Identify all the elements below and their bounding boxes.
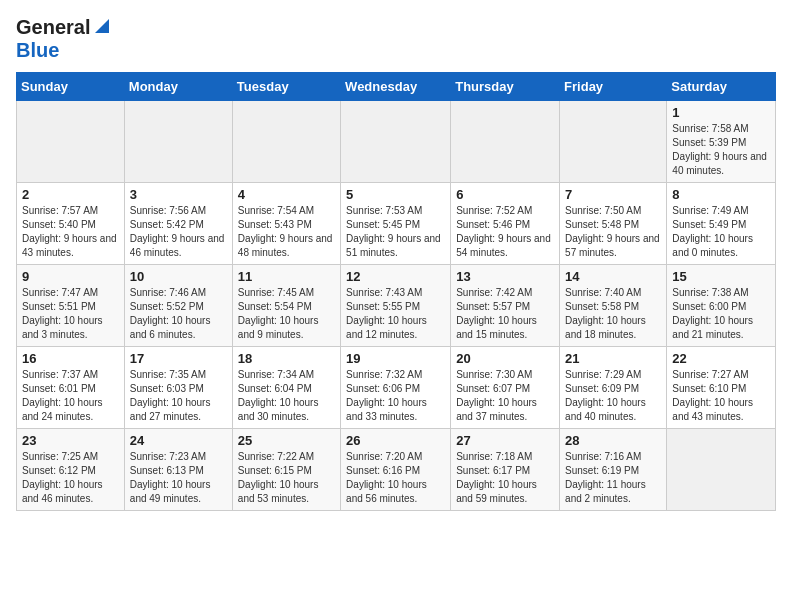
- calendar-cell: [17, 101, 125, 183]
- calendar-week-row: 2Sunrise: 7:57 AM Sunset: 5:40 PM Daylig…: [17, 183, 776, 265]
- day-number: 26: [346, 433, 445, 448]
- logo-arrow-icon: [91, 15, 113, 37]
- day-info: Sunrise: 7:34 AM Sunset: 6:04 PM Dayligh…: [238, 368, 335, 424]
- calendar-cell: 19Sunrise: 7:32 AM Sunset: 6:06 PM Dayli…: [341, 347, 451, 429]
- day-number: 8: [672, 187, 770, 202]
- day-number: 19: [346, 351, 445, 366]
- day-number: 7: [565, 187, 661, 202]
- day-number: 21: [565, 351, 661, 366]
- calendar-cell: 18Sunrise: 7:34 AM Sunset: 6:04 PM Dayli…: [232, 347, 340, 429]
- day-info: Sunrise: 7:37 AM Sunset: 6:01 PM Dayligh…: [22, 368, 119, 424]
- day-info: Sunrise: 7:46 AM Sunset: 5:52 PM Dayligh…: [130, 286, 227, 342]
- day-info: Sunrise: 7:40 AM Sunset: 5:58 PM Dayligh…: [565, 286, 661, 342]
- day-number: 11: [238, 269, 335, 284]
- weekday-header-row: SundayMondayTuesdayWednesdayThursdayFrid…: [17, 73, 776, 101]
- day-info: Sunrise: 7:32 AM Sunset: 6:06 PM Dayligh…: [346, 368, 445, 424]
- day-info: Sunrise: 7:20 AM Sunset: 6:16 PM Dayligh…: [346, 450, 445, 506]
- day-info: Sunrise: 7:45 AM Sunset: 5:54 PM Dayligh…: [238, 286, 335, 342]
- weekday-header-tuesday: Tuesday: [232, 73, 340, 101]
- day-number: 13: [456, 269, 554, 284]
- calendar-cell: 11Sunrise: 7:45 AM Sunset: 5:54 PM Dayli…: [232, 265, 340, 347]
- weekday-header-wednesday: Wednesday: [341, 73, 451, 101]
- calendar-cell: 10Sunrise: 7:46 AM Sunset: 5:52 PM Dayli…: [124, 265, 232, 347]
- day-number: 22: [672, 351, 770, 366]
- calendar-cell: [451, 101, 560, 183]
- day-number: 27: [456, 433, 554, 448]
- weekday-header-sunday: Sunday: [17, 73, 125, 101]
- calendar-cell: 12Sunrise: 7:43 AM Sunset: 5:55 PM Dayli…: [341, 265, 451, 347]
- day-number: 1: [672, 105, 770, 120]
- calendar-cell: 28Sunrise: 7:16 AM Sunset: 6:19 PM Dayli…: [560, 429, 667, 511]
- calendar-cell: [560, 101, 667, 183]
- calendar-cell: 22Sunrise: 7:27 AM Sunset: 6:10 PM Dayli…: [667, 347, 776, 429]
- day-number: 24: [130, 433, 227, 448]
- day-number: 17: [130, 351, 227, 366]
- day-number: 5: [346, 187, 445, 202]
- weekday-header-monday: Monday: [124, 73, 232, 101]
- day-number: 16: [22, 351, 119, 366]
- calendar-week-row: 1Sunrise: 7:58 AM Sunset: 5:39 PM Daylig…: [17, 101, 776, 183]
- calendar-cell: 27Sunrise: 7:18 AM Sunset: 6:17 PM Dayli…: [451, 429, 560, 511]
- day-number: 9: [22, 269, 119, 284]
- day-info: Sunrise: 7:22 AM Sunset: 6:15 PM Dayligh…: [238, 450, 335, 506]
- calendar-cell: 13Sunrise: 7:42 AM Sunset: 5:57 PM Dayli…: [451, 265, 560, 347]
- day-info: Sunrise: 7:54 AM Sunset: 5:43 PM Dayligh…: [238, 204, 335, 260]
- day-info: Sunrise: 7:47 AM Sunset: 5:51 PM Dayligh…: [22, 286, 119, 342]
- day-number: 15: [672, 269, 770, 284]
- day-info: Sunrise: 7:16 AM Sunset: 6:19 PM Dayligh…: [565, 450, 661, 506]
- day-number: 18: [238, 351, 335, 366]
- calendar-cell: 17Sunrise: 7:35 AM Sunset: 6:03 PM Dayli…: [124, 347, 232, 429]
- calendar-cell: 7Sunrise: 7:50 AM Sunset: 5:48 PM Daylig…: [560, 183, 667, 265]
- day-number: 2: [22, 187, 119, 202]
- calendar-week-row: 23Sunrise: 7:25 AM Sunset: 6:12 PM Dayli…: [17, 429, 776, 511]
- calendar-table: SundayMondayTuesdayWednesdayThursdayFrid…: [16, 72, 776, 511]
- calendar-cell: 9Sunrise: 7:47 AM Sunset: 5:51 PM Daylig…: [17, 265, 125, 347]
- weekday-header-friday: Friday: [560, 73, 667, 101]
- day-info: Sunrise: 7:56 AM Sunset: 5:42 PM Dayligh…: [130, 204, 227, 260]
- day-info: Sunrise: 7:52 AM Sunset: 5:46 PM Dayligh…: [456, 204, 554, 260]
- calendar-cell: 25Sunrise: 7:22 AM Sunset: 6:15 PM Dayli…: [232, 429, 340, 511]
- day-info: Sunrise: 7:35 AM Sunset: 6:03 PM Dayligh…: [130, 368, 227, 424]
- calendar-cell: [124, 101, 232, 183]
- day-info: Sunrise: 7:29 AM Sunset: 6:09 PM Dayligh…: [565, 368, 661, 424]
- svg-marker-0: [95, 19, 109, 33]
- day-info: Sunrise: 7:57 AM Sunset: 5:40 PM Dayligh…: [22, 204, 119, 260]
- page-header: General Blue: [16, 16, 776, 62]
- day-info: Sunrise: 7:27 AM Sunset: 6:10 PM Dayligh…: [672, 368, 770, 424]
- logo-blue-text: Blue: [16, 39, 59, 61]
- calendar-cell: 8Sunrise: 7:49 AM Sunset: 5:49 PM Daylig…: [667, 183, 776, 265]
- day-info: Sunrise: 7:25 AM Sunset: 6:12 PM Dayligh…: [22, 450, 119, 506]
- day-info: Sunrise: 7:43 AM Sunset: 5:55 PM Dayligh…: [346, 286, 445, 342]
- calendar-cell: [232, 101, 340, 183]
- day-number: 6: [456, 187, 554, 202]
- day-info: Sunrise: 7:38 AM Sunset: 6:00 PM Dayligh…: [672, 286, 770, 342]
- calendar-cell: [667, 429, 776, 511]
- calendar-cell: 2Sunrise: 7:57 AM Sunset: 5:40 PM Daylig…: [17, 183, 125, 265]
- weekday-header-saturday: Saturday: [667, 73, 776, 101]
- calendar-cell: 24Sunrise: 7:23 AM Sunset: 6:13 PM Dayli…: [124, 429, 232, 511]
- day-info: Sunrise: 7:30 AM Sunset: 6:07 PM Dayligh…: [456, 368, 554, 424]
- calendar-cell: 26Sunrise: 7:20 AM Sunset: 6:16 PM Dayli…: [341, 429, 451, 511]
- day-number: 28: [565, 433, 661, 448]
- day-info: Sunrise: 7:23 AM Sunset: 6:13 PM Dayligh…: [130, 450, 227, 506]
- calendar-cell: 5Sunrise: 7:53 AM Sunset: 5:45 PM Daylig…: [341, 183, 451, 265]
- day-info: Sunrise: 7:50 AM Sunset: 5:48 PM Dayligh…: [565, 204, 661, 260]
- calendar-cell: 3Sunrise: 7:56 AM Sunset: 5:42 PM Daylig…: [124, 183, 232, 265]
- logo-general-text: General: [16, 16, 90, 39]
- calendar-cell: 14Sunrise: 7:40 AM Sunset: 5:58 PM Dayli…: [560, 265, 667, 347]
- calendar-week-row: 16Sunrise: 7:37 AM Sunset: 6:01 PM Dayli…: [17, 347, 776, 429]
- day-number: 3: [130, 187, 227, 202]
- day-number: 20: [456, 351, 554, 366]
- calendar-cell: 21Sunrise: 7:29 AM Sunset: 6:09 PM Dayli…: [560, 347, 667, 429]
- logo: General Blue: [16, 16, 113, 62]
- day-info: Sunrise: 7:53 AM Sunset: 5:45 PM Dayligh…: [346, 204, 445, 260]
- calendar-cell: 16Sunrise: 7:37 AM Sunset: 6:01 PM Dayli…: [17, 347, 125, 429]
- calendar-cell: 6Sunrise: 7:52 AM Sunset: 5:46 PM Daylig…: [451, 183, 560, 265]
- calendar-cell: 4Sunrise: 7:54 AM Sunset: 5:43 PM Daylig…: [232, 183, 340, 265]
- calendar-cell: 20Sunrise: 7:30 AM Sunset: 6:07 PM Dayli…: [451, 347, 560, 429]
- day-number: 14: [565, 269, 661, 284]
- day-number: 23: [22, 433, 119, 448]
- calendar-cell: 23Sunrise: 7:25 AM Sunset: 6:12 PM Dayli…: [17, 429, 125, 511]
- day-info: Sunrise: 7:18 AM Sunset: 6:17 PM Dayligh…: [456, 450, 554, 506]
- calendar-cell: 15Sunrise: 7:38 AM Sunset: 6:00 PM Dayli…: [667, 265, 776, 347]
